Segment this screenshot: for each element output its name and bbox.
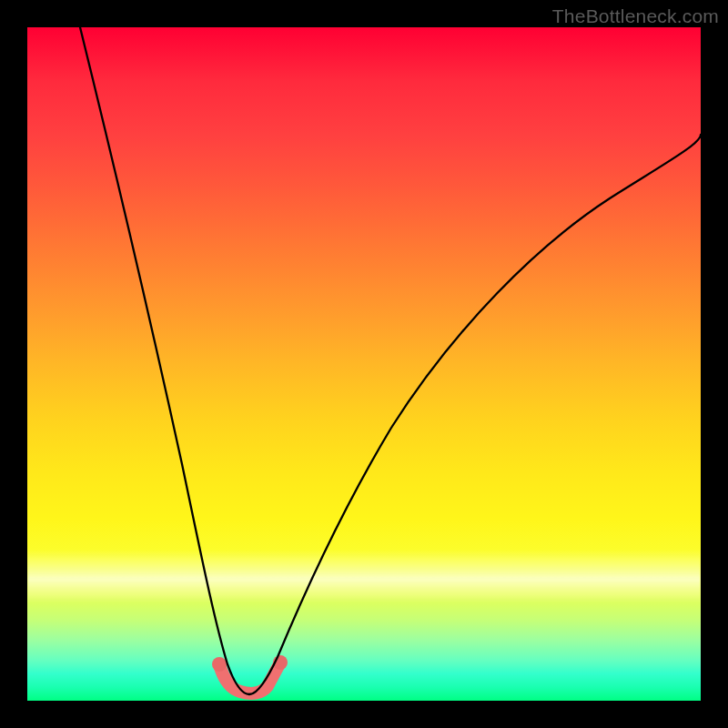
curve-layer: [27, 27, 701, 701]
curve-right-branch: [249, 135, 701, 694]
attribution-label: TheBottleneck.com: [552, 5, 719, 27]
minimum-highlight-dot-left: [212, 657, 227, 672]
plot-area: [27, 27, 701, 701]
curve-left-branch: [80, 27, 249, 694]
chart-stage: TheBottleneck.com: [0, 0, 728, 728]
